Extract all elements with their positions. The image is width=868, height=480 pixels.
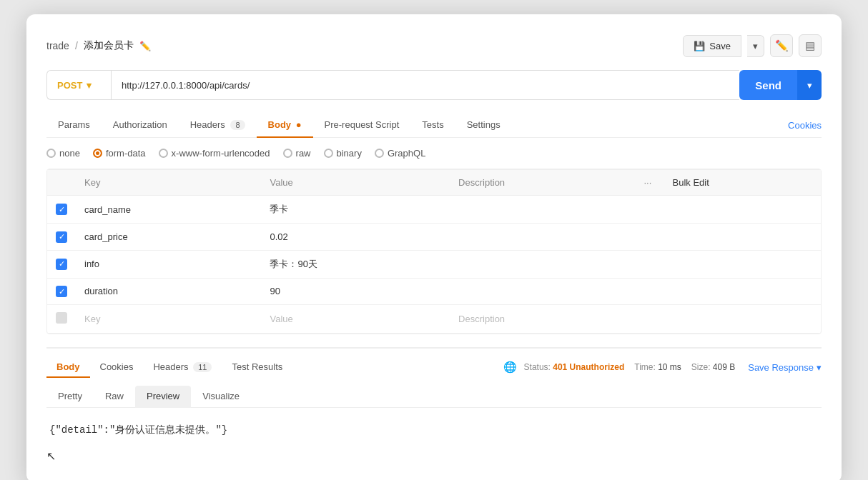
body-type-urlencoded[interactable]: x-www-form-urlencoded [159, 148, 270, 159]
prev-tab-visualize-label: Visualize [202, 391, 240, 401]
tab-settings[interactable]: Settings [455, 113, 512, 138]
tab-body-label: Body [268, 119, 292, 130]
body-type-raw-label: raw [296, 148, 311, 159]
send-button[interactable]: Send [739, 70, 797, 100]
row1-extra-cell [636, 196, 664, 224]
tab-body[interactable]: Body ● [257, 113, 313, 138]
radio-raw-circle [283, 149, 292, 158]
resp-tab-headers[interactable]: Headers 11 [143, 357, 222, 378]
row4-checkbox-cell: ✓ [47, 278, 76, 305]
row1-key-cell[interactable]: card_name [76, 196, 261, 224]
save-response-button[interactable]: Save Response ▾ [748, 362, 822, 373]
tab-prerequest[interactable]: Pre-request Script [313, 113, 411, 138]
row2-extra-cell [636, 224, 664, 251]
empty-extra-cell [636, 305, 664, 334]
row4-checkbox[interactable]: ✓ [56, 286, 67, 297]
row2-desc-cell[interactable] [450, 224, 635, 251]
breadcrumb-area: trade / 添加会员卡 ✏️ [46, 39, 151, 52]
body-type-urlencoded-label: x-www-form-urlencoded [172, 148, 270, 159]
body-type-binary[interactable]: binary [324, 148, 362, 159]
row2-value-cell[interactable]: 0.02 [261, 224, 450, 251]
row3-key-cell[interactable]: info [76, 250, 261, 278]
tab-params[interactable]: Params [46, 113, 102, 138]
th-value: Value [261, 170, 450, 196]
prev-tab-raw[interactable]: Raw [94, 386, 135, 408]
body-type-row: none form-data x-www-form-urlencoded raw… [46, 148, 822, 159]
edit-btn-icon[interactable]: ✏️ [770, 34, 793, 57]
request-tabs: Params Authorization Headers 8 Body ● Pr… [46, 113, 822, 138]
resp-tab-body[interactable]: Body [46, 357, 90, 378]
headers-badge: 8 [230, 120, 245, 130]
prev-tab-pretty[interactable]: Pretty [46, 386, 94, 408]
resp-tab-headers-label: Headers [153, 361, 188, 372]
body-type-raw[interactable]: raw [283, 148, 311, 159]
params-table-wrap: Key Value Description ··· Bulk Edit ✓ ca… [46, 169, 822, 334]
save-button[interactable]: 💾 Save [683, 35, 741, 57]
prev-tab-visualize[interactable]: Visualize [191, 386, 251, 408]
th-checkbox [47, 170, 76, 196]
resp-tab-cookies[interactable]: Cookies [90, 357, 144, 378]
response-body-text: {"detail":"身份认证信息未提供。"} [49, 424, 227, 436]
size-value: 409 B [713, 362, 735, 372]
tab-prerequest-label: Pre-request Script [325, 119, 400, 130]
save-dropdown-button[interactable]: ▾ [747, 35, 764, 57]
th-bulk-edit[interactable]: Bulk Edit [664, 170, 822, 196]
params-table: Key Value Description ··· Bulk Edit ✓ ca… [47, 169, 821, 334]
tab-headers[interactable]: Headers 8 [179, 113, 257, 138]
row3-value-cell[interactable]: 季卡：90天 [261, 250, 450, 278]
th-extra: ··· [636, 170, 664, 196]
cookies-link[interactable]: Cookies [788, 120, 822, 131]
prev-tab-preview[interactable]: Preview [135, 386, 191, 408]
row3-bulk-cell [664, 250, 822, 278]
url-bar: POST ▾ Send ▾ [46, 70, 822, 100]
send-dropdown-button[interactable]: ▾ [797, 70, 822, 100]
row1-desc-cell[interactable] [450, 196, 635, 224]
row1-value-cell[interactable]: 季卡 [261, 196, 450, 224]
empty-checkbox[interactable] [56, 312, 67, 324]
row3-checkbox[interactable]: ✓ [56, 259, 67, 270]
empty-desc-cell[interactable]: Description [450, 305, 635, 334]
row1-bulk-cell [664, 196, 822, 224]
size-label: Size: [691, 362, 713, 372]
row2-checkbox[interactable]: ✓ [56, 231, 67, 243]
layout-btn-icon[interactable]: ▤ [799, 34, 822, 57]
table-row: ✓ info 季卡：90天 [47, 250, 821, 278]
save-response-label: Save Response [748, 362, 814, 373]
row4-extra-cell [636, 278, 664, 305]
breadcrumb-trade[interactable]: trade [46, 40, 69, 51]
body-type-formdata[interactable]: form-data [93, 148, 146, 159]
row3-desc-cell[interactable] [450, 250, 635, 278]
body-type-binary-label: binary [337, 148, 362, 159]
status-text: Status: 401 Unauthorized [524, 362, 625, 372]
title-bar: trade / 添加会员卡 ✏️ 💾 Save ▾ ✏️ ▤ [46, 34, 822, 57]
empty-bulk-cell [664, 305, 822, 334]
empty-value-placeholder: Value [270, 314, 292, 324]
row4-key-cell[interactable]: duration [76, 278, 261, 305]
resp-tab-testresults[interactable]: Test Results [222, 357, 292, 378]
row2-key-cell[interactable]: card_price [76, 224, 261, 251]
method-select[interactable]: POST ▾ [46, 70, 111, 100]
status-label: Status: [524, 362, 553, 372]
tab-tests[interactable]: Tests [410, 113, 455, 138]
page-title: 添加会员卡 [84, 39, 134, 52]
send-btn-group: Send ▾ [739, 70, 822, 100]
tab-authorization[interactable]: Authorization [102, 113, 179, 138]
resp-tab-cookies-label: Cookies [100, 361, 134, 372]
body-type-graphql[interactable]: GraphQL [375, 148, 425, 159]
radio-formdata-circle [93, 149, 102, 158]
url-input[interactable] [111, 70, 739, 100]
prev-tab-raw-label: Raw [105, 391, 124, 401]
row1-checkbox[interactable]: ✓ [56, 204, 67, 215]
tab-tests-label: Tests [422, 119, 443, 130]
save-icon: 💾 [694, 41, 705, 51]
th-description: Description [450, 170, 635, 196]
resp-tab-testresults-label: Test Results [232, 361, 282, 372]
prev-tab-pretty-label: Pretty [58, 391, 82, 401]
row4-desc-cell[interactable] [450, 278, 635, 305]
empty-key-cell[interactable]: Key [76, 305, 261, 334]
edit-icon[interactable]: ✏️ [139, 41, 151, 51]
row4-value-cell[interactable]: 90 [261, 278, 450, 305]
body-type-none[interactable]: none [46, 148, 80, 159]
body-type-formdata-label: form-data [106, 148, 146, 159]
empty-value-cell[interactable]: Value [261, 305, 450, 334]
